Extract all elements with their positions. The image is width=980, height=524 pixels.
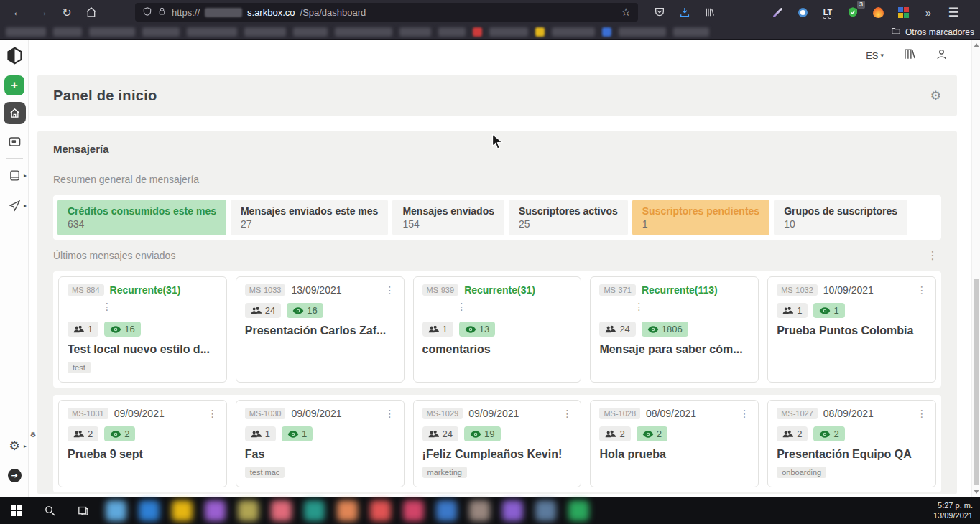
bookmark-item-blurred[interactable] bbox=[619, 27, 666, 37]
downloads-icon[interactable] bbox=[676, 4, 693, 21]
taskbar-app-icon[interactable] bbox=[562, 497, 595, 524]
home-icon[interactable] bbox=[80, 3, 102, 22]
taskbar-app-icon[interactable] bbox=[165, 497, 198, 524]
taskbar-app-icon[interactable] bbox=[364, 497, 397, 524]
stat-chip[interactable]: Grupos de suscriptores10 bbox=[774, 200, 907, 235]
message-card[interactable]: MS-102808/09/2021⋮22Hola prueba bbox=[590, 400, 759, 487]
other-bookmarks-button[interactable]: Otros marcadores bbox=[891, 26, 974, 38]
dashboard-settings-gear-icon[interactable]: ⚙ bbox=[930, 88, 941, 103]
card-menu-button[interactable]: ⋮ bbox=[917, 408, 927, 418]
scroll-down-arrow[interactable] bbox=[974, 490, 979, 494]
taskbar-app-icon[interactable] bbox=[430, 497, 463, 524]
library-icon[interactable] bbox=[701, 4, 718, 21]
card-menu-button[interactable]: ⋮ bbox=[457, 301, 467, 312]
stat-chip[interactable]: Mensajes enviados154 bbox=[392, 200, 504, 235]
scroll-up-arrow[interactable] bbox=[974, 43, 979, 47]
message-card[interactable]: MS-102708/09/2021⋮22Presentación Equipo … bbox=[767, 400, 936, 487]
overflow-chevron-icon[interactable]: » bbox=[920, 4, 937, 21]
stat-chip[interactable]: Mensajes enviados este mes27 bbox=[231, 200, 388, 235]
bookmark-item-blurred[interactable] bbox=[89, 27, 135, 37]
lock-icon[interactable] bbox=[157, 6, 167, 18]
url-path: /Spa/dashboard bbox=[300, 7, 366, 18]
bookmark-item-blurred[interactable] bbox=[244, 27, 286, 37]
taskbar-clock[interactable]: 5:27 p. m. 13/09/2021 bbox=[933, 500, 980, 520]
message-card[interactable]: MS-103210/09/2021⋮11Prueba Puntos Colomb… bbox=[767, 276, 936, 383]
taskbar-app-icon[interactable] bbox=[264, 497, 297, 524]
taskbar-app-icon[interactable] bbox=[231, 497, 264, 524]
taskbar-app-icon[interactable] bbox=[529, 497, 562, 524]
bookmark-item-blurred[interactable] bbox=[335, 27, 392, 37]
menu-icon[interactable]: ☰ bbox=[945, 4, 962, 21]
message-card[interactable]: MS-103313/09/2021⋮2416Presentación Carlo… bbox=[236, 276, 405, 383]
stat-chip[interactable]: Suscriptores pendientes1 bbox=[632, 200, 769, 235]
card-menu-button[interactable]: ⋮ bbox=[208, 408, 218, 418]
card-menu-button[interactable]: ⋮ bbox=[385, 408, 395, 418]
card-menu-button[interactable]: ⋮ bbox=[562, 408, 572, 418]
taskbar-app-icon[interactable] bbox=[297, 497, 330, 524]
logout-button[interactable]: ➔ bbox=[0, 469, 29, 482]
taskbar-app-icon[interactable] bbox=[198, 497, 231, 524]
search-icon[interactable] bbox=[33, 497, 66, 524]
reload-icon[interactable]: ↻ bbox=[56, 3, 78, 22]
sidebar-item-home[interactable] bbox=[0, 102, 29, 124]
card-menu-button[interactable]: ⋮ bbox=[917, 285, 927, 295]
bookmark-item-blurred[interactable] bbox=[438, 27, 466, 37]
taskbar-app-icon[interactable] bbox=[397, 497, 430, 524]
message-card[interactable]: MS-102909/09/2021⋮2419¡Feliz Cumpleaños … bbox=[413, 400, 582, 487]
sidebar-item-campaigns[interactable]: ▸ bbox=[0, 200, 29, 212]
card-menu-button[interactable]: ⋮ bbox=[385, 285, 395, 295]
message-card[interactable]: MS-103109/09/2021⋮22Prueba 9 sept bbox=[58, 400, 227, 487]
bookmark-item-blurred[interactable] bbox=[53, 27, 82, 37]
card-menu-button[interactable]: ⋮ bbox=[634, 301, 644, 312]
task-view-icon[interactable] bbox=[66, 497, 99, 524]
message-card[interactable]: MS-371Recurrente(113)⋮241806Mensaje para… bbox=[590, 276, 759, 383]
page-scrollbar[interactable] bbox=[971, 40, 980, 497]
scrollbar-thumb[interactable] bbox=[974, 279, 979, 485]
bookmark-item-blurred[interactable] bbox=[6, 27, 46, 37]
card-menu-button[interactable]: ⋮ bbox=[102, 301, 112, 312]
adblock-shield-icon[interactable]: 3 bbox=[844, 4, 861, 21]
shield-permissions-icon[interactable] bbox=[142, 6, 152, 19]
section-menu-button[interactable]: ⋮ bbox=[927, 250, 938, 261]
card-menu-button[interactable]: ⋮ bbox=[739, 408, 749, 418]
sidebar-item-templates[interactable] bbox=[0, 135, 29, 149]
taskbar-app-icon[interactable] bbox=[463, 497, 496, 524]
browser-toolbar: ← → ↻ https:// s.arkbox.co /Spa/dashboar… bbox=[0, 0, 980, 24]
flame-extension-icon[interactable] bbox=[869, 4, 887, 21]
colorful-grid-extension-icon[interactable] bbox=[895, 4, 912, 21]
taskbar-app-icon[interactable] bbox=[132, 497, 165, 524]
taskbar-app-icon[interactable] bbox=[99, 497, 132, 524]
bookmark-item-blurred[interactable] bbox=[552, 27, 595, 37]
sidebar-item-settings[interactable]: ⚙⚙ ▸ bbox=[0, 440, 29, 452]
summary-subtitle: Resumen general de mensajería bbox=[53, 174, 941, 185]
stat-chip[interactable]: Créditos consumidos este mes634 bbox=[57, 200, 226, 235]
sidebar-item-contacts[interactable]: ▸ bbox=[0, 169, 29, 182]
library-books-icon[interactable] bbox=[902, 47, 916, 63]
start-button[interactable] bbox=[0, 497, 33, 524]
url-bar[interactable]: https:// s.arkbox.co /Spa/dashboard ☆ bbox=[135, 3, 638, 22]
pen-tool-icon[interactable] bbox=[769, 4, 786, 21]
message-card[interactable]: MS-939Recurrente(31)⋮113comentarios bbox=[413, 276, 582, 383]
bookmark-item-blurred[interactable] bbox=[399, 27, 431, 37]
bookmark-item-blurred[interactable] bbox=[489, 27, 528, 37]
bookmark-item-blurred[interactable] bbox=[673, 27, 709, 37]
forward-icon[interactable]: → bbox=[32, 3, 53, 22]
language-selector[interactable]: ES▾ bbox=[866, 50, 884, 61]
bookmark-item-blurred[interactable] bbox=[187, 27, 237, 37]
taskbar-app-icon[interactable] bbox=[330, 497, 364, 524]
page-title-bar: Panel de inicio ⚙ bbox=[37, 75, 957, 116]
proxy-extension-icon[interactable] bbox=[794, 4, 811, 21]
stat-chip[interactable]: Suscriptores activos25 bbox=[509, 200, 628, 235]
bookmark-item-blurred[interactable] bbox=[293, 27, 328, 37]
user-profile-icon[interactable] bbox=[935, 47, 948, 63]
back-icon[interactable]: ← bbox=[7, 3, 29, 22]
people-icon bbox=[605, 325, 616, 333]
message-card[interactable]: MS-884Recurrente(31)⋮116Test local nuevo… bbox=[58, 276, 227, 383]
taskbar-app-icon[interactable] bbox=[496, 497, 529, 524]
message-card[interactable]: MS-103009/09/2021⋮11Fastest mac bbox=[236, 400, 405, 487]
pocket-icon[interactable] bbox=[651, 4, 668, 21]
new-message-button[interactable]: + bbox=[0, 75, 29, 95]
languagetool-icon[interactable]: LT bbox=[819, 4, 836, 21]
bookmark-item-blurred[interactable] bbox=[142, 27, 180, 37]
bookmark-star-icon[interactable]: ☆ bbox=[621, 6, 631, 19]
